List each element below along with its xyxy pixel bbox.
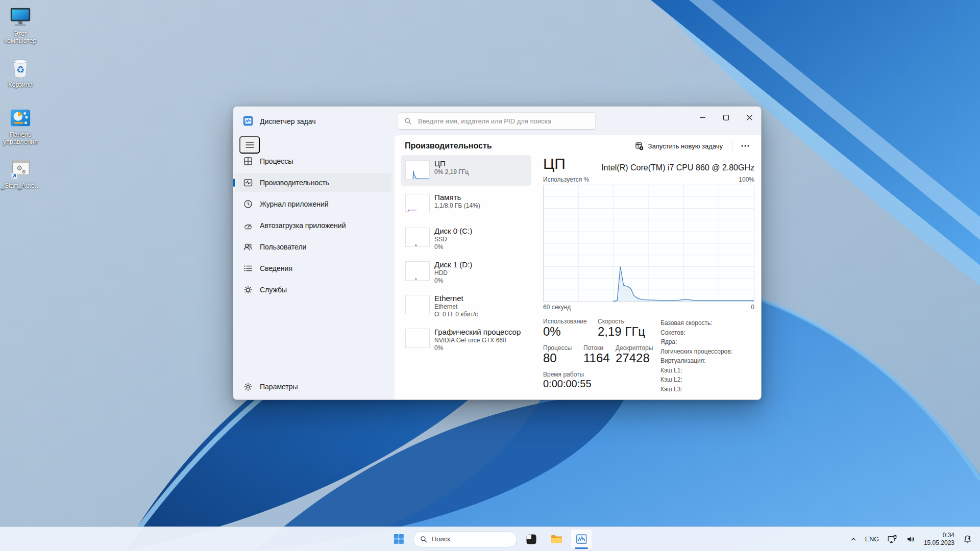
- perf-item-sub: SSD: [434, 236, 528, 243]
- perf-item-cpu[interactable]: ЦП 0% 2,19 ГГц: [401, 155, 531, 186]
- desktop-icon-label: Панель управления: [1, 131, 40, 145]
- info-label: Ядра:: [660, 337, 732, 347]
- taskmgr-search-box[interactable]: [398, 112, 596, 130]
- perf-item-gpu[interactable]: Графический процессор NVIDIA GeForce GTX…: [401, 323, 531, 354]
- perf-item-ethernet[interactable]: Ethernet Ethernet О: 0 П: 0 кбит/с: [401, 290, 531, 320]
- window-controls: [691, 107, 761, 128]
- window-title: Диспетчер задач: [260, 117, 316, 126]
- cpu-utilization-chart[interactable]: [543, 185, 754, 302]
- sidebar-item-performance[interactable]: Производительность: [235, 173, 391, 192]
- search-input[interactable]: [417, 117, 589, 126]
- perf-item-sub: 1,1/8,0 ГБ (14%): [434, 202, 528, 210]
- perf-item-sub: О: 0 П: 0 кбит/с: [434, 311, 528, 318]
- details-icon: [243, 263, 253, 273]
- ethernet-mini-graph: [405, 295, 430, 314]
- chevron-up-icon: [850, 536, 857, 543]
- maximize-icon: [723, 114, 729, 121]
- language-label: ENG: [865, 536, 879, 543]
- tray-language-indicator[interactable]: ENG: [862, 529, 883, 549]
- maximize-button[interactable]: [714, 107, 738, 128]
- info-label: Сокетов:: [660, 328, 732, 338]
- cpu-detail-panel: ЦП Intel(R) Core(TM) i7 CPU 860 @ 2.80GH…: [543, 155, 754, 399]
- window-titlebar[interactable]: Диспетчер задач: [233, 107, 761, 135]
- taskbar-search[interactable]: Поиск: [413, 531, 517, 547]
- startup-icon: [243, 220, 253, 231]
- sidebar-item-label: Пользователи: [260, 243, 306, 251]
- perf-item-disk0[interactable]: Диск 0 (C:) SSD 0%: [401, 222, 531, 253]
- start-button[interactable]: [388, 529, 409, 549]
- cpu-model: Intel(R) Core(TM) i7 CPU 860 @ 2.80GHz: [601, 163, 754, 172]
- sidebar-item-users[interactable]: Пользователи: [235, 237, 391, 257]
- info-label: Кэш L2:: [660, 375, 732, 385]
- sidebar-item-label: Процессы: [260, 157, 293, 165]
- tray-notifications-button[interactable]: [959, 529, 976, 549]
- task-manager-icon: [575, 533, 588, 545]
- chart-x-right-label: 0: [751, 304, 754, 311]
- info-label: Кэш L3:: [660, 385, 732, 394]
- stat-label: Процессы: [543, 344, 572, 352]
- stat-value: 2,19 ГГц: [598, 324, 645, 339]
- sidebar-item-services[interactable]: Службы: [235, 280, 391, 299]
- perf-item-sub: NVIDIA GeForce GTX 660: [434, 337, 528, 344]
- cpu-mini-graph: [405, 160, 430, 180]
- tray-network-button[interactable]: [884, 529, 901, 549]
- more-options-button[interactable]: [737, 138, 754, 154]
- tray-date: 15.05.2023: [924, 539, 954, 547]
- minimize-button[interactable]: [691, 107, 714, 128]
- sidebar-item-app-history[interactable]: Журнал приложений: [235, 194, 391, 214]
- new-task-icon: [635, 142, 644, 151]
- cpu-stats: Использование 0% Скорость 2,19 ГГц Проце…: [543, 318, 754, 399]
- stat-value: 27428: [616, 351, 650, 365]
- taskbar-app-dark-window[interactable]: [521, 529, 542, 549]
- tray-clock[interactable]: 0:34 15.05.2023: [920, 529, 958, 549]
- performance-icon: [243, 178, 253, 188]
- page-title: Производительность: [405, 141, 492, 151]
- folder-icon: [550, 533, 563, 545]
- toolbar-divider: [732, 140, 732, 152]
- perf-item-sub: Ethernet: [434, 303, 528, 311]
- taskmgr-sidebar: Процессы Производительность Журнал прило…: [233, 135, 395, 400]
- close-button[interactable]: [738, 107, 761, 128]
- desktop-icon-start-auto[interactable]: ⚙ ⚙ _Start_Auto...: [1, 157, 40, 189]
- users-icon: [243, 242, 253, 252]
- tray-show-hidden-icons[interactable]: [846, 529, 861, 549]
- run-new-task-button[interactable]: Запустить новую задачу: [630, 139, 728, 154]
- perf-item-memory[interactable]: Память 1,1/8,0 ГБ (14%): [401, 189, 531, 219]
- perf-item-title: Диск 1 (D:): [434, 260, 528, 269]
- search-icon: [420, 536, 427, 543]
- desktop-icon-recycle-bin[interactable]: ♻ Корзина: [1, 56, 40, 88]
- run-new-task-label: Запустить новую задачу: [648, 142, 723, 150]
- perf-item-title: Графический процессор: [434, 327, 528, 337]
- svg-text:⚙: ⚙: [21, 169, 26, 174]
- content-toolbar: Производительность Запустить новую задач…: [395, 135, 761, 156]
- desktop-icon-label: Этот компьютер: [1, 30, 40, 44]
- tray-volume-button[interactable]: [902, 529, 919, 549]
- perf-item-sub: 0%: [434, 277, 528, 285]
- chart-y-label: Используется %: [543, 176, 589, 183]
- sidebar-item-startup-apps[interactable]: Автозагрузка приложений: [235, 216, 391, 235]
- sidebar-item-settings[interactable]: Параметры: [235, 378, 391, 396]
- taskbar-file-explorer[interactable]: [546, 529, 567, 549]
- this-pc-icon: [9, 5, 32, 29]
- desktop-icon-control-panel[interactable]: Панель управления: [1, 106, 40, 145]
- desktop-icon-label: _Start_Auto...: [1, 182, 40, 189]
- chart-x-left-label: 60 секунд: [543, 304, 571, 311]
- sidebar-item-processes[interactable]: Процессы: [235, 152, 391, 171]
- sidebar-item-details[interactable]: Сведения: [235, 259, 391, 278]
- info-label: Базовая скорость:: [660, 318, 732, 328]
- tray-time: 0:34: [924, 532, 954, 539]
- stat-label: Потоки: [583, 344, 603, 352]
- disk0-mini-graph: [405, 228, 430, 247]
- sidebar-item-label: Службы: [260, 286, 287, 294]
- stat-value: 1164: [583, 351, 610, 365]
- perf-item-disk1[interactable]: Диск 1 (D:) HDD 0%: [401, 256, 531, 287]
- taskbar-task-manager[interactable]: [571, 529, 592, 549]
- desktop-icon-this-pc[interactable]: Этот компьютер: [1, 5, 40, 44]
- sidebar-item-label: Сведения: [260, 264, 292, 272]
- navigation-menu-button[interactable]: [239, 136, 260, 154]
- windows-start-icon: [394, 534, 404, 544]
- sidebar-item-label: Автозагрузка приложений: [260, 221, 346, 230]
- sidebar-item-label: Производительность: [260, 179, 329, 187]
- ellipsis-icon: [741, 145, 749, 147]
- task-manager-app-icon: [242, 115, 254, 127]
